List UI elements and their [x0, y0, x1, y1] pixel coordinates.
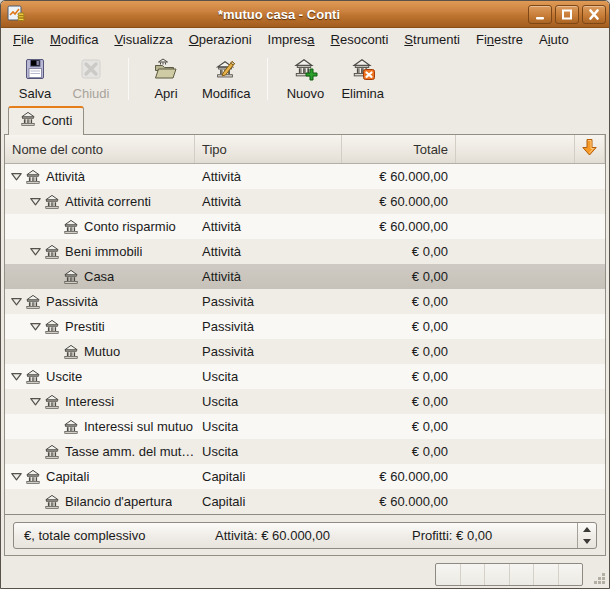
- row-filler-cell: [456, 314, 575, 339]
- summary-total-label: €, totale complessivo: [14, 528, 215, 543]
- expander-open-icon[interactable]: [28, 194, 43, 209]
- account-name-cell: Beni immobili: [5, 239, 195, 264]
- menu-finestre[interactable]: Finestre: [468, 30, 531, 50]
- account-type-cell: Attività: [195, 239, 342, 264]
- column-header-type[interactable]: Tipo: [195, 135, 342, 163]
- table-row[interactable]: InteressiUscita€ 0,00: [5, 389, 605, 414]
- expander-spacer: [47, 344, 62, 359]
- menu-file[interactable]: File: [5, 30, 42, 50]
- table-row[interactable]: CapitaliCapitali€ 60.000,00: [5, 464, 605, 489]
- expander-open-icon[interactable]: [9, 294, 24, 309]
- expander-open-icon[interactable]: [28, 319, 43, 334]
- row-filler-cell: [456, 464, 575, 489]
- account-name-cell: Attività correnti: [5, 189, 195, 214]
- row-end-cell: [575, 464, 605, 489]
- table-row[interactable]: Interessi sul mutuoUscita€ 0,00: [5, 414, 605, 439]
- table-row[interactable]: CasaAttività€ 0,00: [5, 264, 605, 289]
- account-total-cell: € 60.000,00: [342, 489, 456, 514]
- expander-open-icon[interactable]: [28, 394, 43, 409]
- spinner-up-button[interactable]: [578, 523, 596, 536]
- close-button[interactable]: [582, 5, 606, 24]
- toolbar-elimina-button[interactable]: Elimina: [333, 55, 392, 103]
- account-type-cell: Capitali: [195, 489, 342, 514]
- account-name: Bilancio d'apertura: [65, 494, 172, 509]
- account-name-cell: Conto risparmio: [5, 214, 195, 239]
- column-header-total[interactable]: Totale: [342, 135, 456, 163]
- account-name: Casa: [84, 269, 114, 284]
- table-row[interactable]: Bilancio d'aperturaCapitali€ 60.000,00: [5, 489, 605, 514]
- progress-segment: [559, 564, 583, 585]
- account-type-cell: Passività: [195, 339, 342, 364]
- menu-aiuto[interactable]: Aiuto: [531, 30, 577, 50]
- table-row[interactable]: PrestitiPassività€ 0,00: [5, 314, 605, 339]
- table-row[interactable]: UsciteUscita€ 0,00: [5, 364, 605, 389]
- summary-profits: Profitti: € 0,00: [412, 528, 577, 543]
- table-row[interactable]: Conto risparmioAttività€ 60.000,00: [5, 214, 605, 239]
- minimize-button[interactable]: [528, 5, 552, 24]
- spinner-down-button[interactable]: [578, 536, 596, 549]
- titlebar[interactable]: *mutuo casa - Conti: [1, 1, 609, 28]
- expander-open-icon[interactable]: [9, 169, 24, 184]
- table-row[interactable]: Attività correntiAttività€ 60.000,00: [5, 189, 605, 214]
- column-header-account-name[interactable]: Nome del conto: [5, 135, 195, 163]
- window-title: *mutuo casa - Conti: [30, 7, 528, 22]
- account-type-cell: Uscita: [195, 439, 342, 464]
- progress-segment: [510, 564, 535, 585]
- menu-impresa[interactable]: Impresa: [260, 30, 323, 50]
- progress-segment: [436, 564, 461, 585]
- resize-grip-icon[interactable]: [593, 572, 606, 585]
- menu-operazioni[interactable]: Operazioni: [181, 30, 260, 50]
- table-row[interactable]: PassivitàPassività€ 0,00: [5, 289, 605, 314]
- summary-assets: Attività: € 60.000,00: [215, 528, 412, 543]
- toolbar-button-label: Modifica: [202, 86, 250, 101]
- row-end-cell: [575, 164, 605, 189]
- column-header-sort[interactable]: [575, 135, 605, 163]
- toolbar-nuovo-button[interactable]: Nuovo: [277, 55, 333, 103]
- account-total-cell: € 0,00: [342, 389, 456, 414]
- toolbar-salva-button[interactable]: Salva: [7, 55, 63, 103]
- table-row[interactable]: Beni immobiliAttività€ 0,00: [5, 239, 605, 264]
- tree-body: AttivitàAttività€ 60.000,00 Attività cor…: [5, 164, 605, 514]
- toolbar-modifica-button[interactable]: Modifica: [194, 55, 258, 103]
- bank-icon: [63, 219, 79, 235]
- account-name-cell: Interessi: [5, 389, 195, 414]
- open-account-icon: [153, 57, 179, 84]
- account-name: Tasse amm. del mutuo: [65, 444, 195, 459]
- account-total-cell: € 0,00: [342, 314, 456, 339]
- table-row[interactable]: Tasse amm. del mutuoUscita€ 0,00: [5, 439, 605, 464]
- summary-bar: €, totale complessivo Attività: € 60.000…: [13, 522, 597, 549]
- table-row[interactable]: AttivitàAttività€ 60.000,00: [5, 164, 605, 189]
- menu-resoconti[interactable]: Resoconti: [323, 30, 397, 50]
- tree-header: Nome del conto Tipo Totale: [5, 135, 605, 164]
- new-account-icon: [292, 57, 318, 84]
- account-total-cell: € 60.000,00: [342, 214, 456, 239]
- statusbar: [1, 556, 609, 589]
- expander-open-icon[interactable]: [28, 244, 43, 259]
- bank-icon: [44, 194, 60, 210]
- account-total-cell: € 60.000,00: [342, 189, 456, 214]
- account-name: Capitali: [46, 469, 89, 484]
- row-end-cell: [575, 489, 605, 514]
- bank-icon: [63, 344, 79, 360]
- gnucash-app-icon: [6, 4, 26, 24]
- menu-visualizza[interactable]: Visualizza: [106, 30, 180, 50]
- accounts-tree: Nome del conto Tipo Totale: [5, 135, 605, 515]
- tab-conti[interactable]: Conti: [8, 106, 84, 135]
- account-total-cell: € 0,00: [342, 364, 456, 389]
- account-name-cell: Mutuo: [5, 339, 195, 364]
- column-label: Nome del conto: [12, 142, 103, 157]
- maximize-button[interactable]: [555, 5, 579, 24]
- progress-segment: [534, 564, 559, 585]
- expander-spacer: [47, 419, 62, 434]
- expander-open-icon[interactable]: [9, 369, 24, 384]
- expander-open-icon[interactable]: [9, 469, 24, 484]
- table-row[interactable]: MutuoPassività€ 0,00: [5, 339, 605, 364]
- menu-strumenti[interactable]: Strumenti: [396, 30, 468, 50]
- account-name-cell: Casa: [5, 264, 195, 289]
- row-filler-cell: [456, 239, 575, 264]
- bank-icon: [25, 469, 41, 485]
- account-name-cell: Tasse amm. del mutuo: [5, 439, 195, 464]
- menu-modifica[interactable]: Modifica: [42, 30, 106, 50]
- column-header-filler[interactable]: [456, 135, 575, 163]
- toolbar-apri-button[interactable]: Apri: [138, 55, 194, 103]
